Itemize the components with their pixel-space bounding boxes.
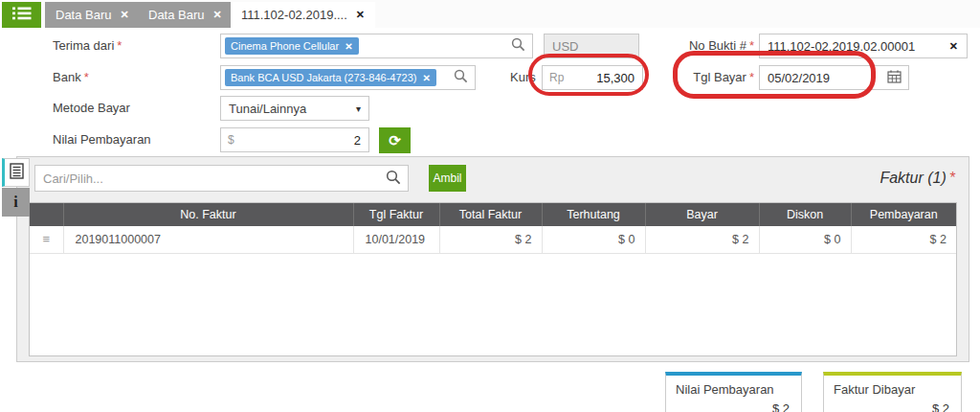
nilai-value: 2 bbox=[354, 133, 368, 148]
nilai-currency-prefix: $ bbox=[221, 133, 234, 147]
kurs-label: Kurs bbox=[510, 65, 536, 90]
metode-bayar-label: Metode Bayar bbox=[53, 96, 130, 121]
column-header[interactable]: Bayar bbox=[645, 203, 759, 226]
no-bukti-label: No Bukti #* bbox=[670, 34, 754, 58]
tab-bar: Data Baru ✕ Data Baru ✕ 111.102-02.2019.… bbox=[0, 0, 980, 28]
nilai-pembayaran-label: Nilai Pembayaran bbox=[53, 127, 151, 152]
ambil-button[interactable]: Ambil bbox=[429, 165, 466, 192]
close-icon[interactable]: ✕ bbox=[213, 9, 222, 21]
calendar-icon[interactable] bbox=[887, 70, 908, 86]
search-icon[interactable] bbox=[511, 37, 525, 55]
table-row[interactable]: ≡ 2019011000007 10/01/2019 $ 2 $ 0 $ 2 $… bbox=[30, 226, 956, 253]
summary-label: Faktur Dibayar bbox=[834, 382, 951, 397]
tag-label: Cinema Phone Cellular bbox=[231, 40, 339, 52]
invoice-search-input[interactable] bbox=[35, 166, 386, 191]
metode-bayar-select[interactable]: Tunai/Lainnya ▾ bbox=[220, 96, 369, 121]
no-bukti-input[interactable] bbox=[760, 34, 949, 57]
nilai-pembayaran-field[interactable]: $ 2 bbox=[220, 127, 369, 152]
tgl-bayar-label: Tgl Bayar* bbox=[670, 65, 754, 90]
sidebar-tab-info[interactable]: i bbox=[2, 188, 30, 217]
tag-close-icon[interactable]: ✕ bbox=[422, 73, 430, 83]
clear-icon[interactable]: ✕ bbox=[949, 40, 967, 53]
summary-value: $ 2 bbox=[676, 401, 791, 412]
column-header[interactable]: No. Faktur bbox=[63, 203, 353, 226]
title-text: Faktur (1) bbox=[880, 170, 946, 186]
tag-close-icon[interactable]: ✕ bbox=[345, 41, 352, 52]
tab-label: 111.102-02.2019.... bbox=[241, 8, 347, 22]
refresh-button[interactable]: ⟳ bbox=[379, 127, 411, 153]
tab-label: Data Baru bbox=[56, 8, 112, 22]
summary-value: $ 2 bbox=[834, 401, 951, 412]
terima-dari-field[interactable]: Cinema Phone Cellular ✕ bbox=[220, 34, 533, 58]
tab-data-baru-1[interactable]: Data Baru ✕ bbox=[45, 2, 140, 28]
column-header-handle bbox=[30, 203, 63, 226]
label-text: Kurs bbox=[510, 70, 536, 84]
summary-faktur-dibayar: Faktur Dibayar $ 2 bbox=[823, 372, 962, 412]
summary-nilai-pembayaran: Nilai Pembayaran $ 2 bbox=[665, 372, 802, 412]
label-text: No Bukti # bbox=[689, 38, 746, 53]
bank-field[interactable]: Bank BCA USD Jakarta (273-846-4723) ✕ bbox=[220, 65, 476, 90]
close-icon[interactable]: ✕ bbox=[121, 9, 129, 21]
currency-value: USD bbox=[552, 39, 578, 54]
selected-option: Tunai/Lainnya bbox=[229, 102, 306, 116]
cell-pembayaran: $ 2 bbox=[851, 226, 956, 253]
cell-terhutang: $ 0 bbox=[542, 226, 645, 253]
chevron-down-icon: ▾ bbox=[356, 103, 361, 114]
bank-label: Bank* bbox=[53, 65, 89, 90]
label-text: Terima dari bbox=[53, 38, 114, 53]
required-asterisk: * bbox=[114, 38, 122, 53]
kurs-currency-prefix: Rp bbox=[543, 71, 564, 84]
cell-tgl-faktur: 10/01/2019 bbox=[353, 226, 439, 253]
required-asterisk: * bbox=[947, 170, 955, 186]
terima-dari-label: Terima dari* bbox=[53, 34, 122, 58]
menu-button[interactable] bbox=[2, 2, 41, 28]
sidebar-tab-detail[interactable] bbox=[2, 158, 30, 187]
faktur-table: No. Faktur Tgl Faktur Total Faktur Terhu… bbox=[29, 202, 957, 356]
terima-dari-tag: Cinema Phone Cellular ✕ bbox=[225, 37, 359, 55]
column-header[interactable]: Tgl Faktur bbox=[353, 203, 439, 226]
required-asterisk: * bbox=[746, 38, 754, 53]
close-icon[interactable]: ✕ bbox=[356, 9, 365, 21]
info-icon: i bbox=[13, 194, 17, 211]
required-asterisk: * bbox=[746, 70, 754, 84]
label-text: Metode Bayar bbox=[53, 101, 130, 115]
tab-document-active[interactable]: 111.102-02.2019.... ✕ bbox=[231, 2, 375, 28]
tgl-bayar-input[interactable] bbox=[760, 66, 887, 89]
tab-data-baru-2[interactable]: Data Baru ✕ bbox=[138, 2, 233, 28]
label-text: Tgl Bayar bbox=[693, 70, 746, 84]
row-drag-handle-icon[interactable]: ≡ bbox=[30, 226, 63, 253]
summary-label: Nilai Pembayaran bbox=[676, 382, 791, 397]
cell-no-faktur: 2019011000007 bbox=[63, 226, 353, 253]
document-icon bbox=[10, 163, 24, 182]
kurs-value: 15,300 bbox=[596, 71, 642, 85]
kurs-field[interactable]: Rp 15,300 bbox=[542, 65, 643, 90]
invoice-search-field[interactable] bbox=[34, 165, 409, 192]
currency-field: USD bbox=[544, 34, 639, 58]
cell-diskon: $ 0 bbox=[759, 226, 851, 253]
faktur-section-title: Faktur (1)* bbox=[880, 170, 955, 187]
required-asterisk: * bbox=[81, 70, 89, 84]
refresh-icon: ⟳ bbox=[389, 132, 401, 149]
bank-tag: Bank BCA USD Jakarta (273-846-4723) ✕ bbox=[225, 69, 436, 86]
search-icon[interactable] bbox=[386, 170, 401, 188]
list-icon bbox=[12, 6, 32, 24]
cell-total-faktur: $ 2 bbox=[439, 226, 542, 253]
tag-label: Bank BCA USD Jakarta (273-846-4723) bbox=[231, 72, 416, 83]
label-text: Nilai Pembayaran bbox=[53, 132, 151, 147]
search-icon[interactable] bbox=[454, 69, 468, 86]
no-bukti-field[interactable]: ✕ bbox=[759, 34, 968, 58]
label-text: Bank bbox=[53, 70, 81, 84]
cell-bayar: $ 2 bbox=[645, 226, 759, 253]
column-header[interactable]: Diskon bbox=[759, 203, 851, 226]
column-header[interactable]: Total Faktur bbox=[439, 203, 542, 226]
column-header[interactable]: Terhutang bbox=[542, 203, 645, 226]
tab-label: Data Baru bbox=[148, 8, 205, 22]
table-header: No. Faktur Tgl Faktur Total Faktur Terhu… bbox=[30, 203, 956, 226]
column-header[interactable]: Pembayaran bbox=[851, 203, 956, 226]
tgl-bayar-field[interactable] bbox=[759, 65, 909, 90]
